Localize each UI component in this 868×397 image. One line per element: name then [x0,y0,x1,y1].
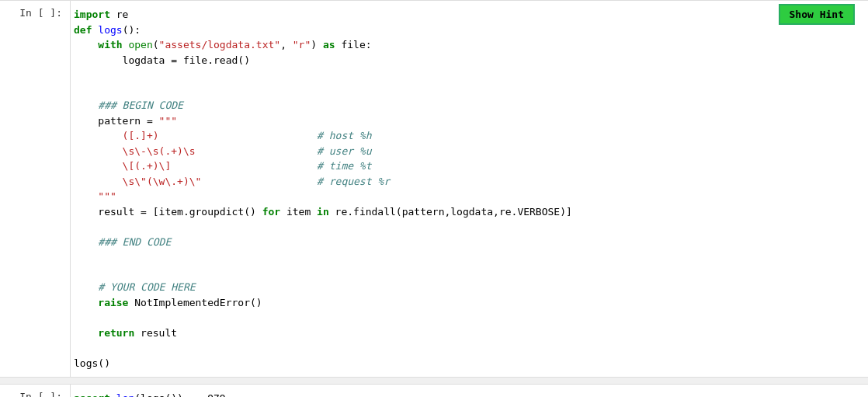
cell-content-2[interactable]: assert len(logs()) == 979 [70,385,868,397]
cell-gap [0,378,868,384]
notebook: Show Hint In [ ]: import re def logs(): … [0,0,868,397]
code-cell-1: In [ ]: import re def logs(): with open(… [0,0,868,378]
code-cell-2: In [ ]: assert len(logs()) == 979 [0,384,868,397]
show-hint-button[interactable]: Show Hint [779,4,855,25]
cell-prompt-1: In [ ]: [0,1,70,25]
cell-prompt-2: In [ ]: [0,385,70,397]
cell-content-1[interactable]: import re def logs(): with open("assets/… [70,1,868,377]
